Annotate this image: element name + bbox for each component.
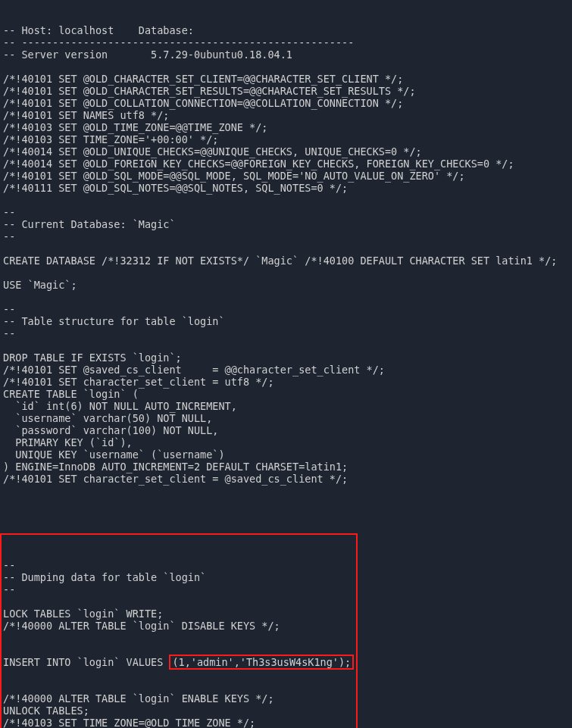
highlighted-dump-section: ---- Dumping data for table `login`--LOC… [0,533,358,728]
sql-dump-output-top: -- Host: localhost Database:-- ---------… [3,24,569,497]
redbox-line: -- [3,559,355,571]
output-line: /*!40101 SET @OLD_CHARACTER_SET_RESULTS=… [3,85,569,97]
redbox-line: /*!40000 ALTER TABLE `login` DISABLE KEY… [3,620,355,632]
output-line: /*!40101 SET @OLD_COLLATION_CONNECTION=@… [3,97,569,109]
output-line: ) ENGINE=InnoDB AUTO_INCREMENT=2 DEFAULT… [3,461,569,473]
output-line: /*!40101 SET NAMES utf8 */; [3,109,569,121]
output-line: `username` varchar(50) NOT NULL, [3,412,569,424]
credentials-highlight: (1,'admin','Th3s3usW4sK1ng'); [169,655,354,670]
redbox-lines-after: /*!40000 ALTER TABLE `login` ENABLE KEYS… [3,692,355,728]
output-line: /*!40014 SET @OLD_FOREIGN_KEY_CHECKS=@@F… [3,158,569,170]
output-line: USE `Magic`; [3,279,569,291]
output-line: -- Table structure for table `login` [3,315,569,327]
insert-prefix: INSERT INTO `login` VALUES [3,656,169,668]
output-line: /*!40103 SET @OLD_TIME_ZONE=@@TIME_ZONE … [3,121,569,133]
redbox-line [3,595,355,608]
output-line: /*!40014 SET @OLD_UNIQUE_CHECKS=@@UNIQUE… [3,145,569,158]
output-line: /*!40111 SET @OLD_SQL_NOTES=@@SQL_NOTES,… [3,182,569,194]
output-line: CREATE TABLE `login` ( [3,388,569,400]
output-line: `id` int(6) NOT NULL AUTO_INCREMENT, [3,400,569,412]
redbox-line: -- [3,583,355,595]
redbox-lines-before: ---- Dumping data for table `login`--LOC… [3,559,355,632]
output-line [3,242,569,255]
output-line [3,194,569,206]
output-line [3,61,569,73]
redbox-line: /*!40000 ALTER TABLE `login` ENABLE KEYS… [3,692,355,705]
output-line: /*!40103 SET TIME_ZONE='+00:00' */; [3,133,569,145]
output-line: -- [3,230,569,242]
output-line: /*!40101 SET @OLD_SQL_MODE=@@SQL_MODE, S… [3,170,569,182]
insert-line: INSERT INTO `login` VALUES (1,'admin','T… [3,656,355,668]
output-line: -- [3,327,569,339]
output-line: /*!40101 SET character_set_client = @sav… [3,473,569,485]
output-line: /*!40101 SET character_set_client = utf8… [3,376,569,388]
redbox-line: LOCK TABLES `login` WRITE; [3,608,355,620]
redbox-line: -- Dumping data for table `login` [3,571,355,583]
output-line [3,267,569,279]
redbox-line: UNLOCK TABLES; [3,705,355,717]
output-line: /*!40101 SET @saved_cs_client = @@charac… [3,364,569,376]
output-line: UNIQUE KEY `username` (`username`) [3,448,569,461]
output-line [3,291,569,303]
output-line: /*!40101 SET @OLD_CHARACTER_SET_CLIENT=@… [3,73,569,85]
redbox-line: /*!40103 SET TIME_ZONE=@OLD_TIME_ZONE */… [3,717,355,728]
output-line: DROP TABLE IF EXISTS `login`; [3,352,569,364]
output-line: -- Server version 5.7.29-0ubuntu0.18.04.… [3,48,569,61]
output-line: PRIMARY KEY (`id`), [3,436,569,448]
output-line: -- Host: localhost Database: [3,24,569,36]
terminal-window[interactable]: -- Host: localhost Database:-- ---------… [0,0,572,728]
output-line: `password` varchar(100) NOT NULL, [3,424,569,436]
output-line [3,485,569,497]
output-line [3,339,569,352]
output-line: -- [3,206,569,218]
output-line: CREATE DATABASE /*!32312 IF NOT EXISTS*/… [3,255,569,267]
output-line: -- -------------------------------------… [3,36,569,48]
output-line: -- [3,303,569,315]
output-line: -- Current Database: `Magic` [3,218,569,230]
